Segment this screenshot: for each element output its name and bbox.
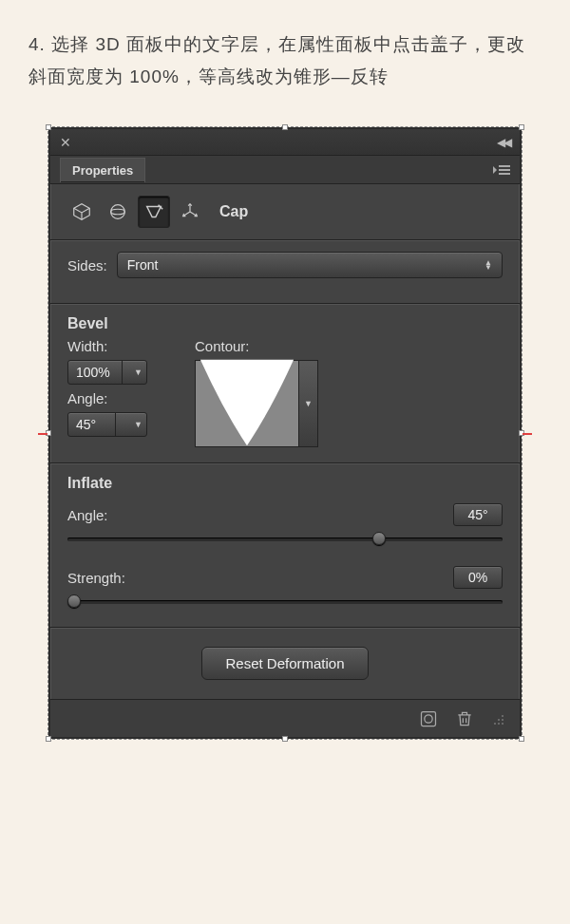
chevron-down-icon: ▼	[304, 399, 313, 408]
svg-point-9	[498, 719, 500, 721]
panel-menu-icon[interactable]	[493, 164, 510, 176]
mode-label: Cap	[219, 203, 248, 220]
mesh-icon[interactable]	[66, 196, 98, 228]
collapse-icon[interactable]: ◀◀	[497, 136, 510, 149]
sides-label: Sides:	[67, 257, 107, 273]
panel-footer	[50, 699, 520, 737]
coord-icon[interactable]	[174, 196, 206, 228]
panel-tab-properties[interactable]: Properties	[60, 158, 145, 182]
svg-rect-6	[422, 711, 436, 726]
bevel-section: Bevel Width: 100% ▼ Angle: 45° ▼ Contour…	[50, 303, 520, 462]
guide-tick	[522, 433, 532, 435]
instruction-text: 4. 选择 3D 面板中的文字层，在属性面板中点击盖子，更改斜面宽度为 100%…	[0, 0, 570, 112]
render-icon[interactable]	[419, 709, 438, 728]
sides-value: Front	[127, 257, 159, 273]
contour-preview[interactable]	[195, 360, 299, 447]
slider-thumb[interactable]	[372, 532, 386, 545]
svg-point-3	[111, 205, 125, 219]
svg-point-7	[425, 714, 432, 722]
inflate-angle-value[interactable]: 45°	[453, 503, 503, 526]
corner-handle[interactable]	[46, 124, 51, 130]
trash-icon[interactable]	[455, 709, 474, 728]
bevel-angle-value: 45°	[76, 417, 96, 432]
inflate-angle-slider[interactable]	[67, 530, 503, 549]
panel-header: ✕ ◀◀	[50, 129, 520, 156]
corner-handle[interactable]	[282, 124, 288, 130]
corner-handle[interactable]	[46, 736, 51, 742]
guide-tick	[38, 433, 48, 435]
bevel-angle-label: Angle:	[67, 390, 147, 406]
inflate-angle-label: Angle:	[67, 507, 108, 523]
svg-point-10	[502, 719, 504, 721]
inflate-strength-value[interactable]: 0%	[453, 566, 503, 589]
bevel-width-label: Width:	[67, 338, 147, 354]
svg-rect-2	[499, 173, 510, 175]
bevel-angle-select[interactable]: 45° ▼	[67, 412, 147, 437]
corner-handle[interactable]	[519, 736, 524, 742]
properties-panel: ✕ ◀◀ Properties Cap	[48, 127, 522, 739]
panel-tab-row: Properties	[50, 156, 520, 184]
panel-selection-frame: ✕ ◀◀ Properties Cap	[48, 126, 522, 740]
resize-grip-icon[interactable]	[491, 712, 504, 726]
reset-deformation-button[interactable]: Reset Deformation	[201, 647, 368, 680]
svg-rect-1	[499, 169, 510, 171]
inflate-heading: Inflate	[67, 475, 503, 498]
bevel-width-select[interactable]: 100% ▼	[67, 360, 147, 385]
svg-point-8	[502, 715, 504, 717]
svg-point-13	[502, 723, 504, 725]
corner-handle[interactable]	[282, 736, 288, 742]
contour-picker-button[interactable]: ▼	[299, 360, 318, 447]
svg-rect-0	[499, 165, 510, 167]
reset-section: Reset Deformation	[50, 627, 520, 699]
sides-select[interactable]: Front ▲▼	[117, 252, 503, 278]
bevel-heading: Bevel	[67, 315, 503, 338]
svg-point-4	[111, 209, 125, 215]
corner-handle[interactable]	[519, 124, 524, 130]
sides-section: Sides: Front ▲▼	[50, 239, 520, 303]
properties-mode-row: Cap	[50, 184, 520, 239]
inflate-section: Inflate Angle: 45° Strength: 0%	[50, 462, 520, 627]
material-icon[interactable]	[102, 196, 134, 228]
updown-icon: ▲▼	[484, 260, 492, 270]
slider-thumb[interactable]	[67, 594, 81, 608]
cap-icon[interactable]	[138, 196, 170, 228]
close-icon[interactable]: ✕	[60, 135, 71, 150]
inflate-strength-slider[interactable]	[67, 593, 503, 612]
svg-point-11	[494, 723, 496, 725]
bevel-width-value: 100%	[76, 365, 110, 380]
contour-label: Contour:	[195, 338, 250, 354]
svg-point-12	[498, 723, 500, 725]
inflate-strength-label: Strength:	[67, 570, 125, 586]
